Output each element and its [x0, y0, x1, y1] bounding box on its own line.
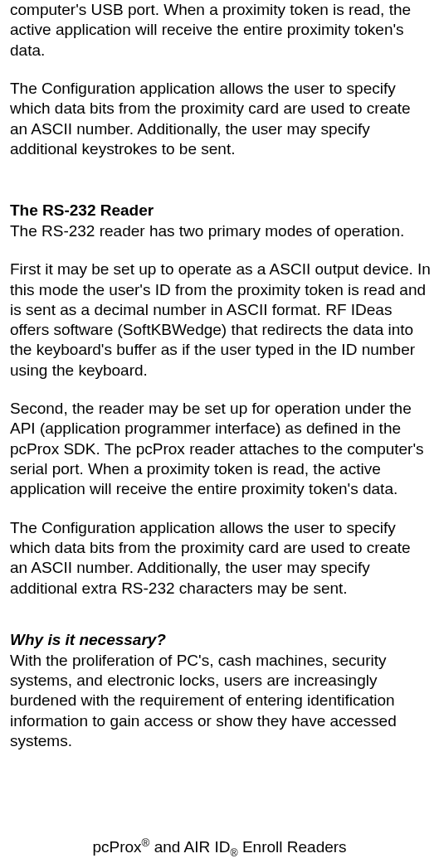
paragraph-why-necessary: With the proliferation of PC's, cash mac…: [10, 651, 431, 752]
paragraph-rs232-intro: The RS-232 reader has two primary modes …: [10, 221, 431, 241]
page-footer: pcProx® and AIR ID® Enroll Readers: [0, 838, 439, 856]
footer-text-pcprox: pcProx: [92, 838, 141, 856]
footer-text-enroll: Enroll Readers: [238, 838, 347, 856]
paragraph-config-usb: The Configuration application allows the…: [10, 79, 431, 159]
registered-mark-icon: ®: [142, 836, 150, 849]
paragraph-usb-continued: computer's USB port. When a proximity to…: [10, 0, 431, 61]
paragraph-rs232-first: First it may be set up to operate as a A…: [10, 259, 431, 381]
paragraph-rs232-second: Second, the reader may be set up for ope…: [10, 399, 431, 500]
heading-rs232: The RS-232 Reader: [10, 201, 431, 221]
heading-why-necessary: Why is it necessary?: [10, 630, 431, 651]
registered-mark-icon: ®: [231, 847, 238, 859]
paragraph-config-rs232: The Configuration application allows the…: [10, 518, 431, 599]
footer-text-airid: and AIR ID: [149, 838, 230, 856]
